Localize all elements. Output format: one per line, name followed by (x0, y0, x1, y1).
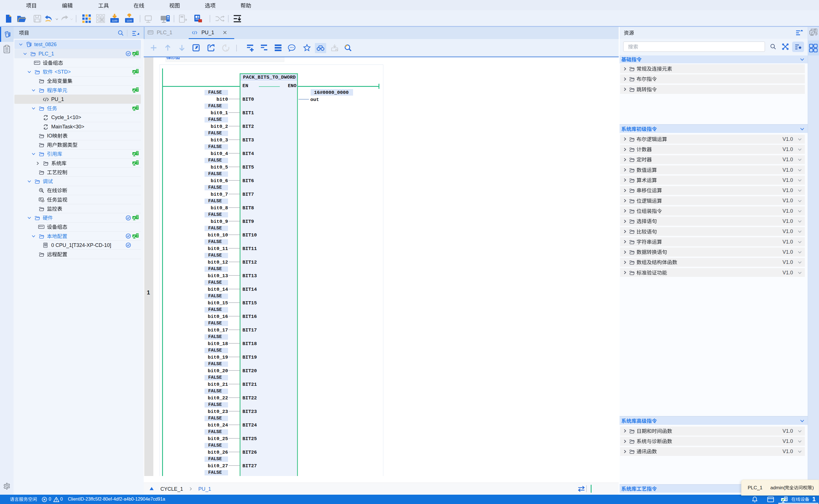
svg-text:1100: 1100 (126, 19, 132, 22)
svg-text:1100: 1100 (112, 19, 117, 22)
